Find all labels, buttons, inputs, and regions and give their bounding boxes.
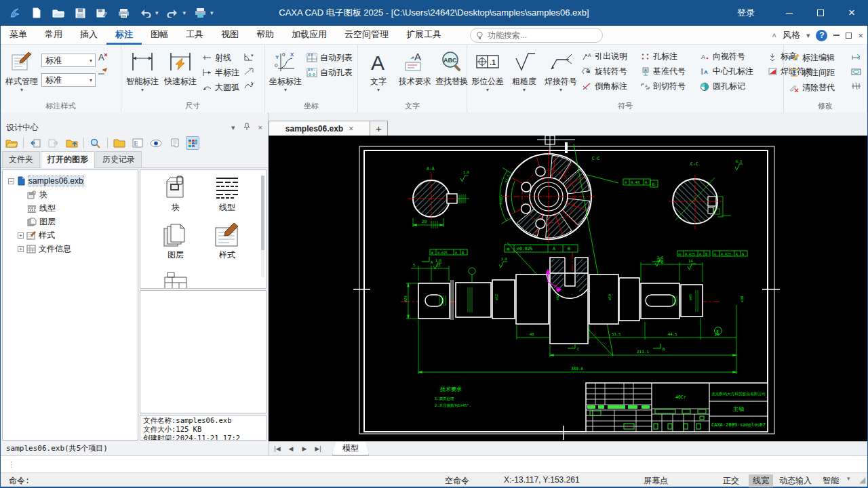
roughness-button[interactable]: 粗糙度 ▾ [507,47,542,99]
icon-item-fileinfo-clipped[interactable] [150,270,201,289]
tab-load-app[interactable]: 加载应用 [283,26,336,45]
status-pick-mode[interactable]: 屏幕点 [644,475,668,487]
collapse-ribbon-icon[interactable]: ˄ [772,31,776,39]
find-replace-button[interactable]: ABC 查找替换 [434,47,469,99]
save-as-icon[interactable] [94,5,109,20]
dim-break-icon[interactable] [850,79,863,92]
style-dropdown-icon[interactable]: ▾ [806,31,810,40]
smart-dim-button[interactable]: 智能标注 ▾ [124,47,161,99]
tab-open-drawings[interactable]: 打开的图形 [41,151,95,168]
tab-cloud[interactable]: 云空间管理 [336,26,397,45]
new-file-icon[interactable] [29,5,44,20]
tab-history[interactable]: 历史记录 [96,151,142,167]
chamfer-dim-item[interactable]: 倒角标注 [580,79,638,94]
doc-tab-close-icon[interactable]: × [349,124,353,134]
dim-spacing-item[interactable]: 标注间距 [787,65,849,80]
tree-item-styles[interactable]: + 样式 [3,228,138,242]
ray-dim-item[interactable]: 射线 [200,50,241,65]
tree-item-fileinfo[interactable]: + 文件信息 [3,242,138,256]
tree-item-linetypes[interactable]: 线型 [3,201,138,215]
weld-symbol-button[interactable]: 焊接符号 ▾ [543,47,578,99]
plot-icon[interactable] [193,5,208,20]
tab-insert[interactable]: 插入 [71,26,106,45]
big-arc-dim-item[interactable]: 大圆弧 [200,80,241,95]
dim-edit-item[interactable]: 标注编辑 [787,50,849,65]
dynamic-input-toggle[interactable]: 动态输入 [779,475,812,487]
icon-list-scrollbar[interactable] [261,176,264,277]
last-sheet-icon[interactable]: ▶| [312,443,324,454]
doc-close-icon[interactable]: × [858,30,863,41]
center-hole-item[interactable]: A中心孔标注 [698,64,766,79]
command-splitter[interactable]: ⋮ [7,460,15,469]
dim-associate-icon[interactable] [850,65,863,77]
tab-folders[interactable]: 文件夹 [2,151,40,167]
tree-item-layers[interactable]: 图层 [3,215,138,228]
tab-annotate[interactable]: 标注 [106,26,142,45]
back-icon[interactable] [28,136,42,150]
tree-root-samples06[interactable]: − samples06.exb [3,174,138,188]
auto-hole-item[interactable]: X Y自动孔表 [304,65,355,80]
leader-dim-icon[interactable] [243,65,255,77]
up-folder-icon[interactable] [65,136,79,150]
auto-list-item[interactable]: X Y自动列表 [304,50,355,65]
fcf-button[interactable]: .1 形位公差 ▾ [470,47,505,99]
leader-note-item[interactable]: A引出说明 [580,49,638,64]
icon-item-style[interactable]: 样式 [201,223,253,270]
tab-sheet[interactable]: 图幅 [142,26,177,45]
icon-item-block[interactable]: 块 [150,176,201,223]
round-hole-mark-item[interactable]: 圆孔标记 [698,79,766,94]
preview-icon[interactable] [149,136,163,150]
section-symbol-item[interactable]: A剖切符号 [638,79,698,94]
half-dim-item[interactable]: 半标注 [200,65,241,80]
datum-symbol-item[interactable]: A基准代号 [638,64,698,79]
command-prompt[interactable]: 命令: [9,475,30,487]
prev-sheet-icon[interactable]: ◀ [285,443,297,454]
minimize-button[interactable]: ─ [774,0,805,26]
qat-customize-icon[interactable]: ▾ [210,9,214,16]
tab-view[interactable]: 视图 [212,26,248,45]
login-button[interactable]: 登录 [737,7,755,19]
model-tab[interactable]: 模型 [332,442,369,455]
icon-item-linetype[interactable]: 线型 [201,176,253,223]
app-logo-icon[interactable] [7,5,22,20]
clear-override-item[interactable]: 清除替代 [787,80,849,95]
text-style-select[interactable]: 标准▾ [41,73,96,87]
redo-icon[interactable] [165,5,180,20]
drawing-canvas[interactable]: A-A 1.6 29 [269,136,867,441]
panel-close-icon[interactable]: × [258,123,262,131]
function-search-box[interactable] [470,28,603,43]
quick-dim-button[interactable]: 快速标注 [162,47,199,99]
print-icon[interactable] [116,5,131,20]
undo-dropdown-icon[interactable]: ▾ [155,9,159,16]
panel-dropdown-icon[interactable]: ▾ [231,123,235,132]
dim-style-select[interactable]: 标准▾ [41,54,96,67]
doc-tab-samples06[interactable]: samples06.exb × [269,121,370,136]
undo-icon[interactable] [138,5,153,20]
tab-help[interactable]: 帮助 [248,26,283,45]
ortho-toggle[interactable]: 正交 [723,475,739,487]
tab-tools[interactable]: 工具 [177,26,212,45]
close-button[interactable]: × [836,0,867,26]
dim-style-edit-icon[interactable] [97,65,109,77]
command-history[interactable]: ⋮ [1,455,867,472]
doc-minimize-icon[interactable] [833,35,840,36]
tab-menu[interactable]: 菜单 [1,26,36,45]
tab-extension[interactable]: 扩展工具 [397,26,450,45]
panel-pin-icon[interactable] [243,123,250,132]
curve-dim-icon[interactable] [243,79,255,92]
first-sheet-icon[interactable]: |◀ [271,443,283,454]
search-icon[interactable] [89,136,102,150]
coord-dim-button[interactable]: YX00 坐标标注 ▾ [268,47,303,99]
doc-restore-icon[interactable] [846,33,852,39]
tab-common[interactable]: 常用 [36,26,71,45]
rotate-symbol-item[interactable]: A旋转符号 [580,64,638,79]
icon-item-layer[interactable]: 图层 [150,223,201,270]
tree-item-blocks[interactable]: 块 [3,188,138,201]
lineweight-toggle[interactable]: 线宽 [749,474,773,487]
redo-dropdown-icon[interactable]: ▾ [183,9,186,16]
open-folder-icon[interactable] [5,136,18,150]
style-manager-button[interactable]: 样式管理 ▾ [3,47,40,99]
text-button[interactable]: A 文字 ▾ [361,47,396,99]
angle-dim-icon[interactable]: ▾ [243,51,255,63]
smart-snap-toggle[interactable]: 智能 [823,475,839,487]
